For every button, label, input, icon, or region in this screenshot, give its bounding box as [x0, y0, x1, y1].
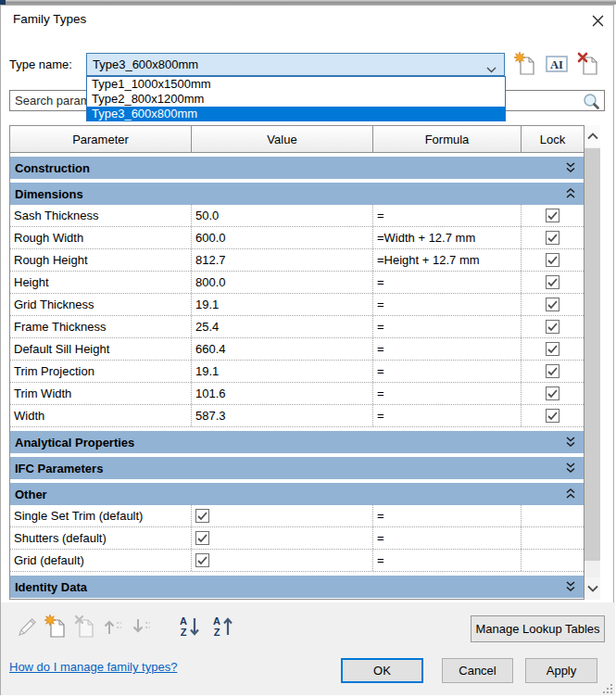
parameter-lock[interactable] [522, 205, 584, 226]
chevron-down-icon [486, 62, 497, 76]
parameter-name: Grid Thickness [10, 294, 192, 315]
parameter-value[interactable]: 587.3 [192, 405, 373, 426]
parameter-value[interactable]: 19.1 [192, 361, 373, 382]
parameter-formula[interactable]: =Width + 12.7 mm [373, 227, 522, 248]
lock-checkbox[interactable] [546, 209, 559, 222]
section-header-construction[interactable]: Construction [10, 157, 584, 179]
section-header-analytical-properties[interactable]: Analytical Properties [10, 431, 584, 453]
parameter-formula[interactable]: = [373, 505, 522, 526]
parameter-formula[interactable]: = [373, 205, 522, 226]
parameter-lock[interactable] [522, 316, 584, 337]
parameter-name: Frame Thickness [10, 316, 192, 337]
parameter-value[interactable] [192, 505, 373, 526]
manage-lookup-tables-button[interactable]: Manage Lookup Tables [471, 615, 605, 642]
parameter-lock[interactable] [522, 405, 584, 426]
dropdown-option-type2-800x1200mm[interactable]: Type2_800x1200mm [87, 92, 505, 107]
delete-parameter-icon[interactable] [72, 612, 96, 641]
parameter-formula[interactable]: = [373, 272, 522, 293]
cancel-button[interactable]: Cancel [442, 658, 513, 683]
lock-checkbox[interactable] [546, 253, 559, 267]
parameter-row-grid-default: Grid (default)= [10, 550, 584, 572]
lock-checkbox[interactable] [546, 387, 559, 400]
move-down-icon[interactable] [130, 612, 154, 641]
sort-descending-icon[interactable]: A Z [211, 612, 235, 641]
column-header-parameter[interactable]: Parameter [10, 126, 192, 152]
lock-checkbox[interactable] [546, 409, 559, 423]
dropdown-option-type1-1000x1500mm[interactable]: Type1_1000x1500mm [87, 77, 505, 92]
column-header-lock[interactable]: Lock [522, 126, 584, 152]
parameter-row-sash-thickness: Sash Thickness50.0= [10, 205, 584, 227]
new-type-icon[interactable] [511, 49, 539, 79]
section-label: Other [15, 488, 47, 501]
parameter-lock[interactable] [522, 294, 584, 315]
new-parameter-icon[interactable] [44, 612, 68, 641]
parameter-lock[interactable] [522, 383, 584, 404]
dialog-title: Family Types [13, 12, 86, 26]
parameter-lock[interactable] [522, 249, 584, 271]
edit-parameter-icon[interactable] [15, 612, 39, 641]
help-link[interactable]: How do I manage family types? [9, 660, 177, 674]
parameter-name: Trim Width [10, 383, 192, 404]
parameter-lock[interactable] [522, 338, 584, 360]
ok-button[interactable]: OK [341, 658, 423, 683]
lock-checkbox[interactable] [546, 275, 559, 289]
parameter-formula[interactable]: = [373, 383, 522, 404]
lock-checkbox[interactable] [546, 231, 559, 245]
parameter-formula[interactable]: = [373, 550, 522, 571]
move-up-icon[interactable] [101, 612, 125, 641]
section-header-ifc-parameters[interactable]: IFC Parameters [10, 457, 584, 479]
lock-checkbox[interactable] [546, 364, 559, 378]
value-checkbox[interactable] [195, 553, 209, 567]
lock-checkbox[interactable] [546, 298, 559, 311]
parameter-formula[interactable]: = [373, 294, 522, 315]
parameter-formula[interactable]: =Height + 12.7 mm [373, 249, 522, 271]
section-header-identity-data[interactable]: Identity Data [10, 576, 584, 598]
scroll-down-icon[interactable] [585, 577, 600, 600]
parameter-value[interactable]: 50.0 [192, 205, 373, 226]
value-checkbox[interactable] [195, 531, 209, 545]
dropdown-option-type3-600x800mm[interactable]: Type3_600x800mm [87, 107, 505, 121]
parameter-value[interactable] [192, 550, 373, 571]
rename-type-icon[interactable]: AI [543, 49, 571, 79]
column-header-formula[interactable]: Formula [373, 126, 522, 152]
close-icon[interactable] [586, 9, 609, 32]
parameter-value[interactable]: 101.6 [192, 383, 373, 404]
lock-checkbox[interactable] [546, 320, 559, 334]
parameter-value[interactable] [192, 527, 373, 549]
parameter-formula[interactable]: = [373, 316, 522, 337]
parameter-formula[interactable]: = [373, 361, 522, 382]
double-chevron-up-icon [566, 488, 575, 502]
type-name-combobox[interactable]: Type3_600x800mm [86, 53, 505, 76]
parameter-toolbar: A Z A Z [15, 612, 240, 641]
parameter-name: Trim Projection [10, 361, 192, 382]
parameter-name: Single Set Trim (default) [10, 505, 192, 526]
section-header-other[interactable]: Other [10, 483, 584, 505]
scrollbar-thumb[interactable] [585, 148, 600, 561]
section-header-dimensions[interactable]: Dimensions [10, 183, 584, 205]
parameter-value[interactable]: 19.1 [192, 294, 373, 315]
scroll-up-icon[interactable] [585, 125, 600, 147]
apply-button[interactable]: Apply [525, 658, 597, 683]
resize-grip[interactable] [602, 681, 613, 697]
delete-type-icon[interactable] [574, 49, 602, 79]
column-header-value[interactable]: Value [192, 126, 373, 152]
table-scrollbar[interactable] [585, 125, 600, 600]
parameter-formula[interactable]: = [373, 338, 522, 360]
parameter-lock[interactable] [522, 272, 584, 293]
parameter-lock[interactable] [522, 361, 584, 382]
parameter-value[interactable]: 25.4 [192, 316, 373, 337]
sort-ascending-icon[interactable]: A Z [178, 612, 202, 641]
svg-text:Z: Z [214, 627, 220, 638]
parameter-value[interactable]: 600.0 [192, 227, 373, 248]
parameter-lock[interactable] [522, 227, 584, 248]
parameter-name: Rough Width [10, 227, 192, 248]
parameter-name: Sash Thickness [10, 205, 192, 226]
value-checkbox[interactable] [195, 509, 209, 523]
parameter-value[interactable]: 800.0 [192, 272, 373, 293]
lock-checkbox[interactable] [546, 342, 559, 356]
parameter-formula[interactable]: = [373, 405, 522, 426]
parameter-value[interactable]: 660.4 [192, 338, 373, 360]
parameter-formula[interactable]: = [373, 527, 522, 549]
parameter-name: Width [10, 405, 192, 426]
parameter-value[interactable]: 812.7 [192, 249, 373, 271]
